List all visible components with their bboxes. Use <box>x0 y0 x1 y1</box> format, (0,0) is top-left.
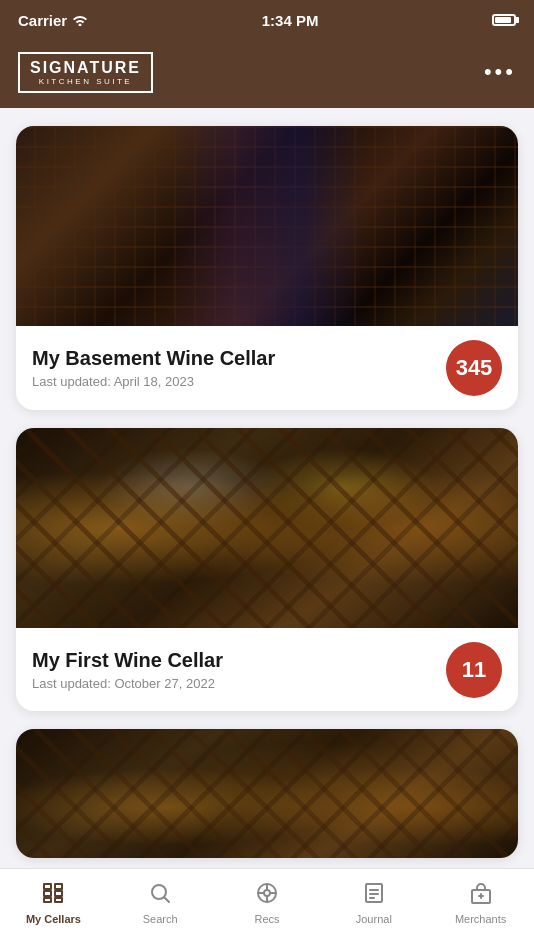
carrier-wifi: Carrier <box>18 12 88 29</box>
cellar-updated-2: Last updated: October 27, 2022 <box>32 676 223 691</box>
cellar-name-2: My First Wine Cellar <box>32 649 223 672</box>
tab-journal[interactable]: Journal <box>320 879 427 925</box>
svg-rect-5 <box>55 898 62 902</box>
cellar-text-1: My Basement Wine Cellar Last updated: Ap… <box>32 347 275 389</box>
cellar-name-1: My Basement Wine Cellar <box>32 347 275 370</box>
tab-recs[interactable]: Recs <box>214 879 321 925</box>
cellar-count-1: 345 <box>446 340 502 396</box>
status-bar: Carrier 1:34 PM <box>0 0 534 40</box>
cellar-card-2[interactable]: My First Wine Cellar Last updated: Octob… <box>16 428 518 712</box>
tab-journal-label: Journal <box>356 913 392 925</box>
tab-bar: My Cellars Search Recs <box>0 868 534 950</box>
more-button[interactable]: ••• <box>484 59 516 85</box>
svg-rect-4 <box>44 898 51 902</box>
logo: SIGNATURE KITCHEN SUITE <box>18 52 153 93</box>
tab-search-label: Search <box>143 913 178 925</box>
svg-rect-3 <box>55 891 62 896</box>
cellar-card-3[interactable] <box>16 729 518 858</box>
carrier-label: Carrier <box>18 12 67 29</box>
time-label: 1:34 PM <box>262 12 319 29</box>
wifi-icon <box>72 12 88 29</box>
journal-icon <box>362 881 386 909</box>
cellar-image-1 <box>16 126 518 326</box>
recs-icon <box>255 881 279 909</box>
search-icon <box>148 881 172 909</box>
svg-rect-0 <box>44 884 51 889</box>
cellar-info-2: My First Wine Cellar Last updated: Octob… <box>16 628 518 712</box>
svg-rect-1 <box>55 884 62 889</box>
logo-subtitle: KITCHEN SUITE <box>39 77 132 86</box>
cellar-count-2: 11 <box>446 642 502 698</box>
logo-title: SIGNATURE <box>30 59 141 77</box>
grid-icon <box>41 881 65 909</box>
cellar-text-2: My First Wine Cellar Last updated: Octob… <box>32 649 223 691</box>
cellar-info-1: My Basement Wine Cellar Last updated: Ap… <box>16 326 518 410</box>
main-content: My Basement Wine Cellar Last updated: Ap… <box>0 108 534 868</box>
tab-search[interactable]: Search <box>107 879 214 925</box>
cellar-image-2 <box>16 428 518 628</box>
tab-recs-label: Recs <box>254 913 279 925</box>
svg-rect-2 <box>44 891 51 896</box>
battery-icon <box>492 14 516 26</box>
merchants-icon <box>469 881 493 909</box>
cellar-card-1[interactable]: My Basement Wine Cellar Last updated: Ap… <box>16 126 518 410</box>
tab-my-cellars-label: My Cellars <box>26 913 81 925</box>
svg-line-7 <box>165 898 170 903</box>
tab-my-cellars[interactable]: My Cellars <box>0 879 107 925</box>
tab-merchants-label: Merchants <box>455 913 506 925</box>
app-header: SIGNATURE KITCHEN SUITE ••• <box>0 40 534 108</box>
cellar-updated-1: Last updated: April 18, 2023 <box>32 374 275 389</box>
tab-merchants[interactable]: Merchants <box>427 879 534 925</box>
cellar-image-3 <box>16 729 518 858</box>
